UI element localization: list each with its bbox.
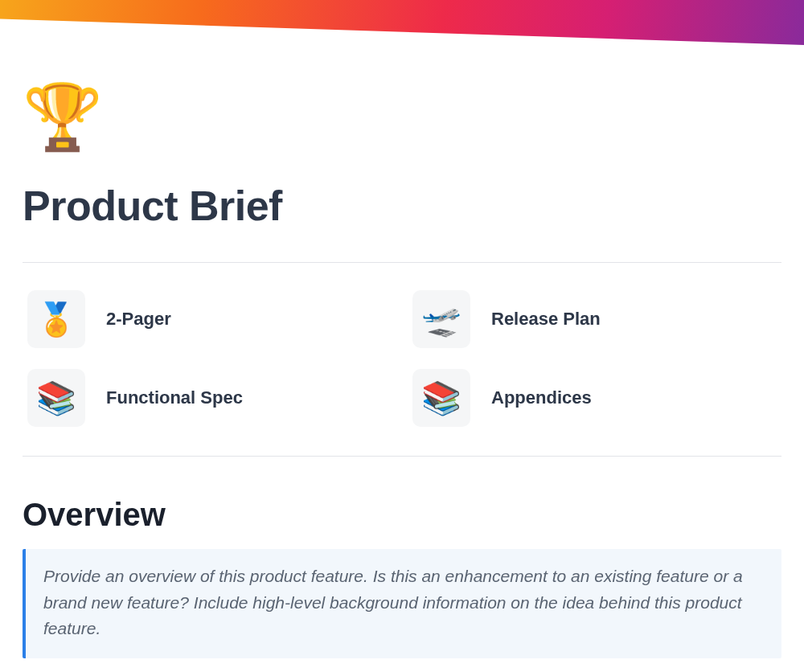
airplane-icon: 🛫 <box>412 290 470 348</box>
page-title[interactable]: Product Brief <box>23 182 781 230</box>
overview-callout[interactable]: Provide an overview of this product feat… <box>23 549 781 658</box>
nav-item-label: Functional Spec <box>106 387 243 408</box>
nav-item-label: Release Plan <box>491 309 601 330</box>
nav-item-label: Appendices <box>491 387 592 408</box>
cover-banner <box>0 0 804 45</box>
overview-callout-text: Provide an overview of this product feat… <box>43 563 764 642</box>
nav-item-release-plan[interactable]: 🛫 Release Plan <box>412 290 781 348</box>
section-title-overview[interactable]: Overview <box>23 497 781 533</box>
books-icon: 📚 <box>27 369 85 427</box>
nav-item-appendices[interactable]: 📚 Appendices <box>412 369 781 427</box>
page-icon[interactable]: 🏆 <box>23 85 781 150</box>
nav-item-label: 2-Pager <box>106 309 171 330</box>
books-icon: 📚 <box>412 369 470 427</box>
page-content: 🏆 Product Brief 🏅 2-Pager 🛫 Release Plan… <box>0 45 804 658</box>
subpage-nav-grid: 🏅 2-Pager 🛫 Release Plan 📚 Functional Sp… <box>23 263 781 456</box>
divider-bottom <box>23 456 781 457</box>
medal-icon: 🏅 <box>27 290 85 348</box>
nav-item-functional-spec[interactable]: 📚 Functional Spec <box>27 369 396 427</box>
nav-item-2-pager[interactable]: 🏅 2-Pager <box>27 290 396 348</box>
